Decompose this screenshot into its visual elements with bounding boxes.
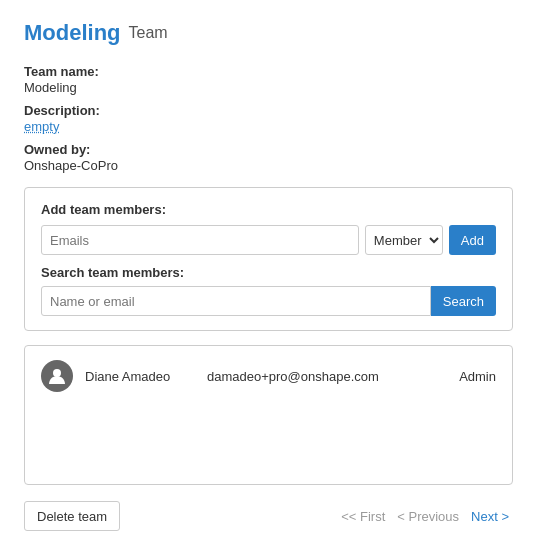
team-name-section: Team name: Modeling xyxy=(24,64,513,95)
add-members-box: Add team members: Member Admin Guest Add… xyxy=(24,187,513,331)
delete-team-button[interactable]: Delete team xyxy=(24,501,120,531)
search-row: Search xyxy=(41,286,496,316)
member-row: Diane Amadeo damadeo+pro@onshape.com Adm… xyxy=(41,360,496,392)
member-name: Diane Amadeo xyxy=(85,369,195,384)
description-value[interactable]: empty xyxy=(24,119,513,134)
description-section: Description: empty xyxy=(24,103,513,134)
email-input[interactable] xyxy=(41,225,359,255)
member-avatar xyxy=(41,360,73,392)
next-page-link[interactable]: Next > xyxy=(467,507,513,526)
first-page-link[interactable]: << First xyxy=(337,507,389,526)
previous-page-link[interactable]: < Previous xyxy=(393,507,463,526)
role-select[interactable]: Member Admin Guest xyxy=(365,225,443,255)
member-role: Admin xyxy=(459,369,496,384)
page-header: Modeling Team xyxy=(24,20,513,46)
page-subtitle: Team xyxy=(129,24,168,42)
page-title: Modeling xyxy=(24,20,121,46)
add-row: Member Admin Guest Add xyxy=(41,225,496,255)
member-email: damadeo+pro@onshape.com xyxy=(207,369,447,384)
svg-point-0 xyxy=(53,369,61,377)
search-input[interactable] xyxy=(41,286,431,316)
team-name-label: Team name: xyxy=(24,64,513,79)
search-button[interactable]: Search xyxy=(431,286,496,316)
team-name-value: Modeling xyxy=(24,80,513,95)
person-icon xyxy=(47,366,67,386)
footer: Delete team << First < Previous Next > xyxy=(24,501,513,531)
pagination: << First < Previous Next > xyxy=(337,507,513,526)
owned-by-label: Owned by: xyxy=(24,142,513,157)
owned-by-value: Onshape-CoPro xyxy=(24,158,513,173)
members-box: Diane Amadeo damadeo+pro@onshape.com Adm… xyxy=(24,345,513,485)
owned-by-section: Owned by: Onshape-CoPro xyxy=(24,142,513,173)
search-members-label: Search team members: xyxy=(41,265,496,280)
add-members-label: Add team members: xyxy=(41,202,496,217)
description-label: Description: xyxy=(24,103,513,118)
add-button[interactable]: Add xyxy=(449,225,496,255)
